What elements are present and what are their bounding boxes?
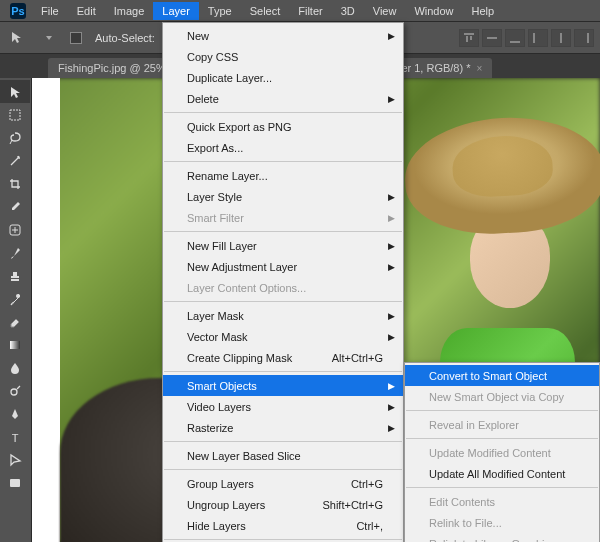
auto-select-checkbox[interactable] — [70, 32, 82, 44]
menu-type[interactable]: Type — [199, 2, 241, 20]
ps-logo-icon: Ps — [10, 3, 26, 19]
menu-item-vector-mask[interactable]: Vector Mask▶ — [163, 326, 403, 347]
menu-item-label: Rasterize — [187, 422, 233, 434]
menu-item-update-all-modified-content[interactable]: Update All Modified Content — [405, 463, 599, 484]
dodge-tool-icon[interactable] — [0, 379, 30, 402]
svg-rect-10 — [10, 110, 20, 120]
stamp-tool-icon[interactable] — [0, 264, 30, 287]
align-left-icon[interactable] — [528, 29, 548, 47]
eyedrop-tool-icon[interactable] — [0, 195, 30, 218]
menu-filter[interactable]: Filter — [289, 2, 331, 20]
submenu-arrow-icon: ▶ — [388, 94, 395, 104]
marquee-tool-icon[interactable] — [0, 103, 30, 126]
menu-item-rasterize[interactable]: Rasterize▶ — [163, 417, 403, 438]
type-tool-icon[interactable]: T — [0, 425, 30, 448]
menu-edit[interactable]: Edit — [68, 2, 105, 20]
menu-item-label: Reveal in Explorer — [429, 419, 519, 431]
blur-tool-icon[interactable] — [0, 356, 30, 379]
tool-dropdown-icon[interactable] — [38, 27, 60, 49]
menu-item-layer-content-options: Layer Content Options... — [163, 277, 403, 298]
move-tool-preset-icon[interactable] — [6, 27, 28, 49]
menu-item-label: Vector Mask — [187, 331, 248, 343]
menu-separator — [164, 539, 402, 540]
gradient-tool-icon[interactable] — [0, 333, 30, 356]
submenu-arrow-icon: ▶ — [388, 31, 395, 41]
menu-item-label: Layer Style — [187, 191, 242, 203]
menu-item-delete[interactable]: Delete▶ — [163, 88, 403, 109]
menu-item-label: Layer Content Options... — [187, 282, 306, 294]
menu-item-export-as[interactable]: Export As... — [163, 137, 403, 158]
menu-item-convert-to-smart-object[interactable]: Convert to Smart Object — [405, 365, 599, 386]
brush-tool-icon[interactable] — [0, 241, 30, 264]
align-hcenter-icon[interactable] — [551, 29, 571, 47]
menu-3d[interactable]: 3D — [332, 2, 364, 20]
menu-item-label: Hide Layers — [187, 520, 246, 532]
menu-item-smart-objects[interactable]: Smart Objects▶ — [163, 375, 403, 396]
align-right-icon[interactable] — [574, 29, 594, 47]
svg-rect-9 — [587, 33, 589, 43]
menu-help[interactable]: Help — [463, 2, 504, 20]
menu-image[interactable]: Image — [105, 2, 154, 20]
menu-item-hide-layers[interactable]: Hide LayersCtrl+, — [163, 515, 403, 536]
menu-separator — [164, 441, 402, 442]
menu-window[interactable]: Window — [405, 2, 462, 20]
auto-select-label: Auto-Select: — [95, 32, 155, 44]
eraser-tool-icon[interactable] — [0, 310, 30, 333]
move-tool-icon[interactable] — [0, 80, 30, 103]
svg-rect-2 — [464, 33, 474, 35]
menu-item-new-layer-based-slice[interactable]: New Layer Based Slice — [163, 445, 403, 466]
menu-item-copy-css[interactable]: Copy CSS — [163, 46, 403, 67]
menu-item-update-modified-content: Update Modified Content — [405, 442, 599, 463]
smart-objects-submenu: Convert to Smart ObjectNew Smart Object … — [404, 362, 600, 542]
close-icon[interactable]: × — [476, 63, 482, 74]
menu-item-quick-export-as-png[interactable]: Quick Export as PNG — [163, 116, 403, 137]
menu-item-duplicate-layer[interactable]: Duplicate Layer... — [163, 67, 403, 88]
crop-tool-icon[interactable] — [0, 172, 30, 195]
menu-separator — [164, 112, 402, 113]
svg-text:T: T — [12, 432, 19, 444]
submenu-arrow-icon: ▶ — [388, 332, 395, 342]
path-tool-icon[interactable] — [0, 448, 30, 471]
menu-item-group-layers[interactable]: Group LayersCtrl+G — [163, 473, 403, 494]
menu-item-new-adjustment-layer[interactable]: New Adjustment Layer▶ — [163, 256, 403, 277]
menu-item-video-layers[interactable]: Video Layers▶ — [163, 396, 403, 417]
menu-item-new-fill-layer[interactable]: New Fill Layer▶ — [163, 235, 403, 256]
menu-item-label: Quick Export as PNG — [187, 121, 292, 133]
menu-select[interactable]: Select — [241, 2, 290, 20]
menu-separator — [164, 231, 402, 232]
menu-item-relink-to-library-graphic: Relink to Library Graphic... — [405, 533, 599, 542]
menu-item-label: New — [187, 30, 209, 42]
menu-item-new-smart-object-via-copy: New Smart Object via Copy — [405, 386, 599, 407]
menu-item-label: New Adjustment Layer — [187, 261, 297, 273]
menu-layer[interactable]: Layer — [153, 2, 199, 20]
menu-item-layer-style[interactable]: Layer Style▶ — [163, 186, 403, 207]
align-vcenter-icon[interactable] — [482, 29, 502, 47]
shortcut-label: Ctrl+, — [356, 520, 383, 532]
tools-panel: T — [0, 78, 32, 542]
svg-rect-8 — [560, 33, 562, 43]
menu-view[interactable]: View — [364, 2, 406, 20]
menu-item-layer-mask[interactable]: Layer Mask▶ — [163, 305, 403, 326]
pen-tool-icon[interactable] — [0, 402, 30, 425]
menubar: Ps FileEditImageLayerTypeSelectFilter3DV… — [0, 0, 600, 22]
align-bottom-icon[interactable] — [505, 29, 525, 47]
menu-separator — [164, 371, 402, 372]
lasso-tool-icon[interactable] — [0, 126, 30, 149]
menu-file[interactable]: File — [32, 2, 68, 20]
menu-item-create-clipping-mask[interactable]: Create Clipping MaskAlt+Ctrl+G — [163, 347, 403, 368]
heal-tool-icon[interactable] — [0, 218, 30, 241]
menu-item-ungroup-layers[interactable]: Ungroup LayersShift+Ctrl+G — [163, 494, 403, 515]
menu-item-label: Update Modified Content — [429, 447, 551, 459]
svg-rect-13 — [10, 341, 20, 349]
history-tool-icon[interactable] — [0, 287, 30, 310]
menu-item-label: Video Layers — [187, 401, 251, 413]
shape-tool-icon[interactable] — [0, 471, 30, 494]
menu-item-label: Create Clipping Mask — [187, 352, 292, 364]
wand-tool-icon[interactable] — [0, 149, 30, 172]
align-top-icon[interactable] — [459, 29, 479, 47]
menu-item-label: New Smart Object via Copy — [429, 391, 564, 403]
menu-item-rename-layer[interactable]: Rename Layer... — [163, 165, 403, 186]
layer-menu: New▶Copy CSSDuplicate Layer...Delete▶Qui… — [162, 22, 404, 542]
menu-item-label: Duplicate Layer... — [187, 72, 272, 84]
menu-item-new[interactable]: New▶ — [163, 25, 403, 46]
